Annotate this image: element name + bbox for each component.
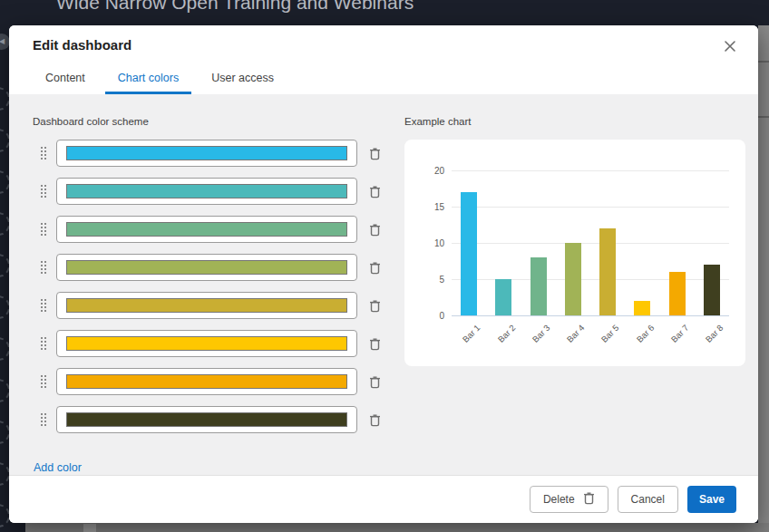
- example-chart-label: Example chart: [404, 116, 745, 127]
- bar-chart-plot: 05101520: [452, 171, 729, 316]
- trash-icon: [369, 188, 381, 201]
- color-swatch: [66, 412, 347, 427]
- drag-handle-icon[interactable]: [41, 375, 46, 388]
- color-swatch-field[interactable]: [56, 254, 357, 281]
- drag-handle-icon[interactable]: [41, 261, 46, 274]
- x-label-slot: Bar 7: [669, 316, 686, 354]
- bar-bar-7: [669, 272, 686, 315]
- color-swatch-field[interactable]: [56, 330, 357, 357]
- drag-handle-icon[interactable]: [41, 413, 46, 426]
- drag-handle-icon[interactable]: [41, 185, 46, 198]
- x-label-slot: Bar 2: [495, 316, 511, 354]
- trash-icon: [369, 150, 381, 163]
- trash-icon: [369, 264, 381, 277]
- background-page-title: Wide Narrow Open Training and Webinars: [56, 0, 414, 14]
- screen: Wide Narrow Open Training and Webinars ◀…: [0, 0, 769, 532]
- x-axis-tick-label: Bar 1: [461, 323, 482, 344]
- x-label-slot: Bar 5: [599, 316, 616, 354]
- edit-dashboard-modal: Edit dashboard Content Chart colors User…: [9, 25, 758, 523]
- delete-button-label: Delete: [543, 493, 575, 506]
- bar-bar-6: [634, 301, 650, 315]
- y-axis-tick-label: 10: [419, 238, 444, 248]
- color-swatch: [66, 146, 347, 160]
- save-button[interactable]: Save: [687, 486, 736, 513]
- tab-bar: Content Chart colors User access: [33, 65, 738, 94]
- drag-handle-icon[interactable]: [41, 223, 46, 236]
- color-swatch-field[interactable]: [56, 368, 357, 395]
- x-axis-tick-label: Bar 2: [495, 323, 517, 344]
- save-button-label: Save: [699, 493, 725, 506]
- color-swatch: [66, 260, 347, 275]
- x-axis-tick-label: Bar 4: [565, 323, 587, 344]
- y-axis-tick-label: 5: [419, 275, 444, 285]
- color-row: [33, 178, 381, 205]
- delete-button[interactable]: Delete: [530, 486, 608, 513]
- delete-color-button[interactable]: [369, 375, 381, 389]
- x-label-slot: Bar 8: [704, 316, 720, 354]
- x-label-slot: Bar 6: [634, 316, 650, 354]
- cancel-button-label: Cancel: [631, 493, 665, 506]
- strip-divider: [758, 61, 769, 63]
- color-row: [33, 216, 381, 243]
- color-scheme-label: Dashboard color scheme: [33, 116, 381, 127]
- delete-color-button[interactable]: [369, 299, 381, 313]
- tab-user-access[interactable]: User access: [199, 65, 287, 94]
- x-label-slot: Bar 3: [531, 316, 547, 354]
- drag-handle-icon[interactable]: [41, 299, 46, 312]
- color-scheme-panel: Dashboard color scheme Add color: [33, 116, 381, 475]
- add-color-link[interactable]: Add color: [34, 461, 82, 474]
- x-axis-tick-label: Bar 5: [599, 323, 621, 344]
- bar-bar-3: [531, 257, 547, 315]
- bar-chart-x-labels: Bar 1Bar 2Bar 3Bar 4Bar 5Bar 6Bar 7Bar 8: [452, 316, 729, 354]
- bar-series: [452, 171, 729, 315]
- x-axis-tick-label: Bar 8: [704, 323, 725, 344]
- x-axis-tick-label: Bar 6: [634, 323, 656, 344]
- trash-icon: [369, 378, 381, 392]
- example-chart-card: 05101520 Bar 1Bar 2Bar 3Bar 4Bar 5Bar 6B…: [404, 140, 745, 366]
- example-chart-panel: Example chart 05101520 Bar 1Bar 2Bar 3Ba…: [404, 116, 745, 475]
- delete-color-button[interactable]: [369, 413, 381, 427]
- color-swatch: [66, 298, 347, 313]
- trash-icon: [583, 491, 595, 508]
- background-scroll-strip: [758, 25, 769, 532]
- bar-bar-4: [565, 243, 581, 315]
- trash-icon: [369, 416, 381, 430]
- color-swatch-field[interactable]: [56, 216, 357, 243]
- modal-body: Dashboard color scheme Add color Example…: [9, 94, 758, 475]
- modal-title: Edit dashboard: [33, 37, 131, 53]
- color-row: [33, 330, 381, 357]
- bar-bar-1: [461, 192, 477, 315]
- delete-color-button[interactable]: [369, 261, 381, 275]
- trash-icon: [369, 302, 381, 315]
- color-swatch-field[interactable]: [56, 140, 357, 167]
- y-axis-tick-label: 20: [419, 166, 444, 176]
- tab-chart-colors[interactable]: Chart colors: [105, 65, 191, 94]
- x-axis-line: [452, 315, 729, 316]
- color-row: [33, 254, 381, 281]
- tab-content[interactable]: Content: [33, 65, 98, 94]
- modal-footer: Delete Cancel Save: [9, 475, 758, 523]
- color-swatch-field[interactable]: [56, 406, 357, 433]
- delete-color-button[interactable]: [369, 223, 381, 237]
- close-icon[interactable]: [722, 38, 738, 57]
- y-axis-tick-label: 0: [419, 311, 444, 321]
- x-axis-tick-label: Bar 7: [669, 323, 691, 344]
- color-swatch: [66, 374, 347, 389]
- color-swatch: [66, 184, 347, 198]
- color-row: [33, 292, 381, 319]
- modal-header: Edit dashboard Content Chart colors User…: [9, 25, 758, 94]
- color-row: [33, 140, 381, 167]
- delete-color-button[interactable]: [369, 147, 381, 160]
- color-swatch: [66, 222, 347, 237]
- bar-bar-2: [495, 279, 511, 315]
- bar-bar-8: [704, 265, 720, 315]
- delete-color-button[interactable]: [369, 185, 381, 198]
- color-row: [33, 368, 381, 395]
- color-swatch: [66, 336, 347, 351]
- drag-handle-icon[interactable]: [41, 147, 46, 160]
- delete-color-button[interactable]: [369, 337, 381, 351]
- cancel-button[interactable]: Cancel: [618, 486, 678, 513]
- color-swatch-field[interactable]: [56, 178, 357, 205]
- drag-handle-icon[interactable]: [41, 337, 46, 350]
- color-swatch-field[interactable]: [56, 292, 357, 319]
